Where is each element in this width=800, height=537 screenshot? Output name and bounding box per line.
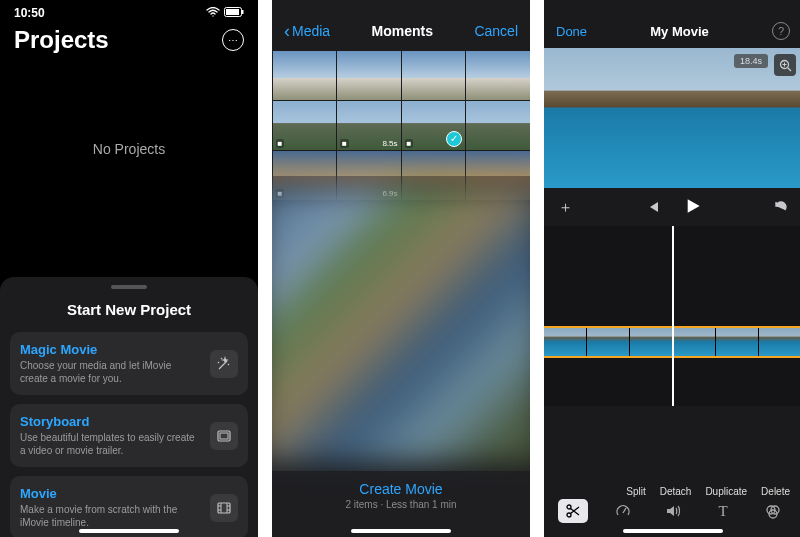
video-preview[interactable]: 18.4s xyxy=(544,48,800,188)
timeline-clip[interactable] xyxy=(544,328,587,356)
sheet-title: Start New Project xyxy=(10,301,248,318)
status-icons xyxy=(206,6,244,20)
back-label: Media xyxy=(292,23,330,39)
picker-title: Moments xyxy=(372,23,433,39)
screen-editor: Done My Movie ? 18.4s ＋ xyxy=(544,0,800,537)
sheet-handle[interactable] xyxy=(111,285,147,289)
media-thumb[interactable] xyxy=(273,51,337,100)
empty-state: No Projects xyxy=(0,64,258,234)
more-button[interactable]: ⋯ xyxy=(222,29,244,51)
media-thumb[interactable] xyxy=(466,101,530,150)
film-icon xyxy=(210,494,238,522)
movie-title: My Movie xyxy=(650,24,709,39)
home-indicator[interactable] xyxy=(351,529,451,533)
playhead[interactable] xyxy=(672,226,674,406)
option-text: Magic Movie Choose your media and let iM… xyxy=(20,342,200,385)
scissors-icon xyxy=(565,503,581,519)
video-icon: ■ xyxy=(405,139,414,148)
option-desc: Choose your media and let iMovie create … xyxy=(20,359,200,385)
filters-icon xyxy=(765,503,781,519)
done-button[interactable]: Done xyxy=(556,24,587,39)
magic-wand-icon xyxy=(210,350,238,378)
option-movie[interactable]: Movie Make a movie from scratch with the… xyxy=(10,476,248,537)
svg-rect-5 xyxy=(218,503,230,513)
selected-check-icon: ✓ xyxy=(446,131,462,147)
wifi-icon xyxy=(206,6,220,20)
create-bar: Create Movie 2 items · Less than 1 min xyxy=(272,471,530,537)
create-sub: 2 items · Less than 1 min xyxy=(272,499,530,510)
svg-line-18 xyxy=(623,508,626,513)
play-button[interactable] xyxy=(685,198,701,217)
media-thumb[interactable] xyxy=(466,51,530,100)
projects-header: Projects ⋯ xyxy=(0,22,258,64)
add-media-button[interactable]: ＋ xyxy=(558,198,573,217)
transport-controls: ＋ xyxy=(544,188,800,226)
page-title: Projects xyxy=(14,26,109,54)
volume-icon xyxy=(665,503,681,519)
video-icon: ■ xyxy=(276,139,285,148)
option-title: Storyboard xyxy=(20,414,200,429)
svg-rect-1 xyxy=(226,9,239,15)
video-icon: ■ xyxy=(340,139,349,148)
screen-media-picker: ‹ Media Moments Cancel ■ ■ 8.5s ■ ✓ xyxy=(272,0,530,537)
tool-titles[interactable]: T xyxy=(708,499,738,523)
editor-nav: Done My Movie ? xyxy=(544,0,800,48)
timeline-clip[interactable] xyxy=(630,328,673,356)
help-button[interactable]: ? xyxy=(772,22,790,40)
create-movie-button[interactable]: Create Movie xyxy=(272,481,530,497)
tool-speed[interactable] xyxy=(608,499,638,523)
option-desc: Use beautiful templates to easily create… xyxy=(20,431,200,457)
screen-projects: 10:50 Projects ⋯ No Projects Start New P… xyxy=(0,0,258,537)
home-indicator[interactable] xyxy=(623,529,723,533)
grid-row xyxy=(272,50,530,100)
magnifier-icon xyxy=(779,59,792,72)
storyboard-icon xyxy=(210,422,238,450)
cancel-button[interactable]: Cancel xyxy=(474,23,518,39)
media-thumb[interactable] xyxy=(402,51,466,100)
grid-row: ■ ■ 8.5s ■ ✓ xyxy=(272,100,530,150)
tool-filters[interactable] xyxy=(758,499,788,523)
timeline-clip[interactable] xyxy=(587,328,630,356)
new-project-sheet: Start New Project Magic Movie Choose you… xyxy=(0,277,258,537)
status-bar: 10:50 xyxy=(0,0,258,22)
option-magic-movie[interactable]: Magic Movie Choose your media and let iM… xyxy=(10,332,248,395)
option-text: Storyboard Use beautiful templates to ea… xyxy=(20,414,200,457)
speedometer-icon xyxy=(615,503,631,519)
undo-button[interactable] xyxy=(774,199,788,216)
option-storyboard[interactable]: Storyboard Use beautiful templates to ea… xyxy=(10,404,248,467)
tool-volume[interactable] xyxy=(658,499,688,523)
picker-nav: ‹ Media Moments Cancel xyxy=(272,0,530,50)
chevron-left-icon: ‹ xyxy=(284,22,290,40)
timeline[interactable] xyxy=(544,226,800,406)
tool-cut[interactable] xyxy=(558,499,588,523)
media-thumb[interactable]: ■ 8.5s xyxy=(337,101,401,150)
home-indicator[interactable] xyxy=(79,529,179,533)
svg-point-17 xyxy=(567,513,571,517)
media-thumb[interactable]: ■ xyxy=(273,101,337,150)
clip-duration: 8.5s xyxy=(382,139,397,148)
svg-rect-4 xyxy=(220,433,228,439)
duration-badge: 18.4s xyxy=(734,54,768,68)
status-time: 10:50 xyxy=(14,6,45,20)
svg-line-13 xyxy=(787,67,791,71)
timeline-clip[interactable] xyxy=(673,328,716,356)
tool-tabs: T xyxy=(544,493,800,529)
battery-icon xyxy=(224,6,244,20)
svg-point-16 xyxy=(567,505,571,509)
zoom-button[interactable] xyxy=(774,54,796,76)
option-title: Magic Movie xyxy=(20,342,200,357)
option-desc: Make a movie from scratch with the iMovi… xyxy=(20,503,200,529)
skip-back-button[interactable] xyxy=(647,199,659,216)
blurred-background xyxy=(272,188,530,463)
timeline-clip[interactable] xyxy=(759,328,800,356)
photo-grid: ■ ■ 8.5s ■ ✓ ■ 6.9s xyxy=(272,50,530,200)
back-button[interactable]: ‹ Media xyxy=(284,22,330,40)
empty-text: No Projects xyxy=(93,141,165,157)
option-title: Movie xyxy=(20,486,200,501)
media-thumb[interactable]: ■ ✓ xyxy=(402,101,466,150)
media-thumb[interactable] xyxy=(337,51,401,100)
option-text: Movie Make a movie from scratch with the… xyxy=(20,486,200,529)
timeline-clip[interactable] xyxy=(716,328,759,356)
svg-rect-2 xyxy=(242,10,244,14)
